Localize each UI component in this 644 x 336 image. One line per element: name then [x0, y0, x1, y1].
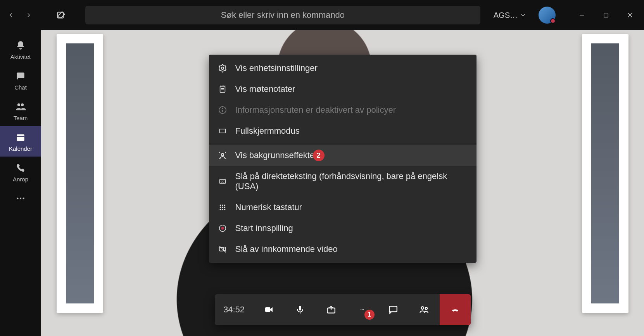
- svg-point-6: [17, 103, 20, 106]
- back-button[interactable]: [7, 11, 15, 19]
- share-button[interactable]: [316, 294, 347, 325]
- svg-point-19: [221, 153, 224, 156]
- annotation-badge-1: 1: [364, 310, 375, 320]
- svg-rect-2: [604, 13, 608, 17]
- chat-icon: [15, 70, 26, 82]
- background-effects-icon: [218, 150, 228, 160]
- sidebar-item-activity[interactable]: Aktivitet: [0, 34, 41, 65]
- maximize-button[interactable]: [599, 8, 613, 22]
- share-icon: [325, 304, 337, 315]
- calendar-icon: [15, 131, 26, 143]
- video-off-icon: [218, 244, 228, 254]
- search-input[interactable]: Søk eller skriv inn en kommando: [85, 6, 480, 24]
- more-button[interactable]: 1: [347, 294, 378, 325]
- mic-button[interactable]: [285, 294, 316, 325]
- timer-value: 34:52: [223, 305, 245, 315]
- menu-item-label: Slå på direkteteksting (forhåndsvisning,…: [235, 171, 468, 191]
- svg-rect-14: [220, 86, 225, 93]
- sidebar-item-label: Anrop: [13, 176, 28, 183]
- sidebar-item-label: Aktivitet: [10, 53, 31, 60]
- org-label: AGS…: [494, 11, 518, 20]
- menu-item-label: Vis enhetsinnstillinger: [235, 63, 318, 73]
- svg-point-40: [363, 309, 363, 310]
- sidebar-item-chat[interactable]: Chat: [0, 65, 41, 95]
- menu-item-fullscreen[interactable]: Fullskjermmodus: [209, 121, 477, 141]
- avatar[interactable]: [539, 7, 556, 24]
- menu-item-label: Informasjonsruten er deaktivert av polic…: [235, 105, 396, 115]
- sidebar-item-more[interactable]: [0, 187, 41, 209]
- menu-item-label: Vis bakgrunnseffekter: [235, 150, 318, 160]
- call-controls: 34:52 1: [215, 294, 471, 325]
- svg-rect-35: [265, 307, 270, 312]
- nav-arrows: [7, 11, 33, 19]
- compose-icon[interactable]: [56, 10, 67, 21]
- svg-point-26: [222, 207, 223, 208]
- svg-point-29: [222, 209, 223, 210]
- video-icon: [263, 304, 275, 315]
- svg-point-32: [221, 227, 224, 229]
- svg-point-27: [224, 207, 225, 208]
- svg-point-10: [17, 198, 18, 199]
- more-actions-menu: Vis enhetsinnstillinger Vis møtenotater …: [209, 55, 477, 263]
- wall-frame-right: [582, 34, 628, 313]
- presence-indicator: [550, 18, 556, 24]
- call-timer: 34:52: [215, 294, 254, 325]
- ellipsis-icon: [15, 193, 26, 204]
- camera-button[interactable]: [254, 294, 285, 325]
- menu-item-label: Start innspilling: [235, 223, 293, 233]
- svg-rect-5: [17, 72, 24, 78]
- svg-point-25: [219, 207, 221, 208]
- menu-separator: [209, 143, 477, 143]
- menu-item-label: Vis møtenotater: [235, 84, 295, 94]
- menu-item-device-settings[interactable]: Vis enhetsinnstillinger: [209, 58, 477, 79]
- svg-point-30: [224, 209, 225, 210]
- minimize-button[interactable]: [575, 8, 589, 22]
- svg-point-24: [224, 205, 225, 206]
- svg-rect-41: [389, 306, 397, 312]
- svg-line-34: [219, 246, 226, 253]
- svg-point-13: [221, 67, 224, 69]
- menu-item-meeting-notes[interactable]: Vis møtenotater: [209, 79, 477, 100]
- chat-icon: [387, 304, 399, 315]
- cc-icon: CC: [218, 176, 228, 186]
- sidebar-item-team[interactable]: Team: [0, 95, 41, 126]
- fullscreen-icon: [218, 126, 228, 136]
- forward-button[interactable]: [25, 11, 33, 19]
- menu-item-turn-off-incoming-video[interactable]: Slå av innkommende video: [209, 239, 477, 260]
- sidebar-item-calls[interactable]: Anrop: [0, 157, 41, 187]
- svg-point-11: [20, 198, 21, 199]
- app-sidebar: Aktivitet Chat Team Kalender Anrop: [0, 30, 41, 336]
- menu-item-start-recording[interactable]: Start innspilling: [209, 218, 477, 239]
- close-button[interactable]: [623, 8, 637, 22]
- mic-icon: [294, 304, 306, 315]
- sidebar-item-label: Kalender: [9, 145, 32, 152]
- people-icon: [418, 304, 430, 315]
- notes-icon: [218, 84, 228, 94]
- svg-point-23: [222, 205, 223, 206]
- sidebar-item-label: Chat: [14, 84, 27, 91]
- meeting-stage: Vis enhetsinnstillinger Vis møtenotater …: [41, 30, 644, 336]
- info-icon: [218, 105, 228, 115]
- svg-rect-36: [299, 306, 301, 310]
- window-controls: [575, 8, 637, 22]
- phone-icon: [15, 162, 26, 174]
- svg-point-43: [425, 307, 427, 309]
- svg-point-28: [219, 209, 221, 210]
- bell-icon: [15, 40, 26, 51]
- menu-item-background-effects[interactable]: Vis bakgrunnseffekter 2: [209, 145, 477, 166]
- menu-item-keypad[interactable]: Numerisk tastatur: [209, 197, 477, 218]
- menu-item-live-captions[interactable]: CC Slå på direkteteksting (forhåndsvisni…: [209, 166, 477, 197]
- svg-point-38: [361, 309, 361, 310]
- svg-point-42: [421, 307, 424, 309]
- sidebar-item-calendar[interactable]: Kalender: [0, 126, 41, 157]
- svg-text:CC: CC: [221, 180, 224, 183]
- org-picker[interactable]: AGS…: [494, 11, 526, 20]
- hangup-icon: [449, 304, 461, 315]
- hangup-button[interactable]: [440, 294, 471, 325]
- wall-frame-left: [57, 34, 103, 313]
- people-icon: [15, 101, 26, 112]
- chat-button[interactable]: [378, 294, 409, 325]
- svg-rect-8: [17, 134, 24, 141]
- participants-button[interactable]: [409, 294, 440, 325]
- sidebar-item-label: Team: [14, 115, 28, 121]
